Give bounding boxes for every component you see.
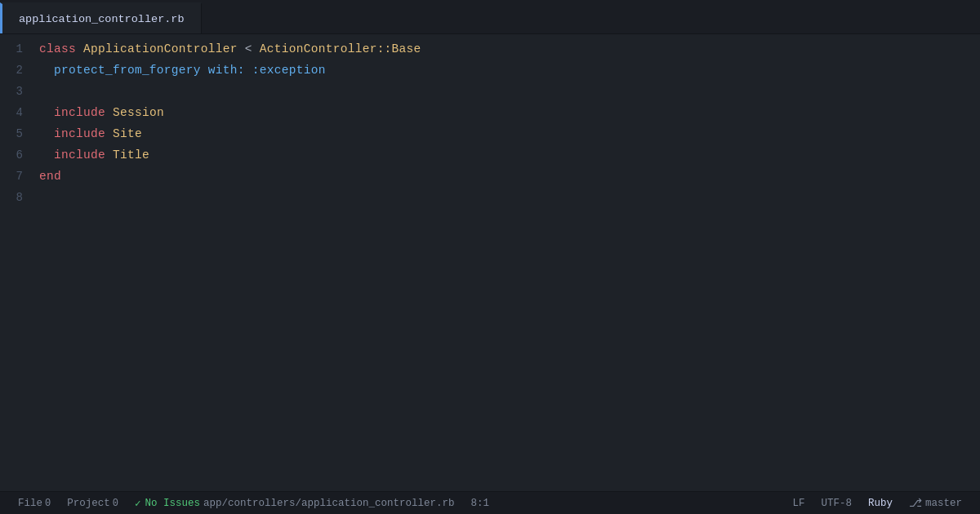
- editor-area: 1class ApplicationController < ActionCon…: [0, 34, 980, 491]
- line-ending[interactable]: LF: [784, 492, 813, 514]
- file-path: app/controllers/application_controller.r…: [203, 498, 455, 509]
- code-line: 4 include Session: [0, 106, 980, 127]
- line-number: 1: [8, 42, 39, 55]
- tab-bar: application_controller.rb: [0, 0, 980, 34]
- file-count: 0: [45, 498, 51, 509]
- line-content: include Title: [39, 148, 149, 162]
- git-icon: ⎇: [909, 496, 922, 510]
- code-line: 6 include Title: [0, 148, 980, 170]
- language-label: Ruby: [868, 498, 893, 509]
- line-content: protect_from_forgery with: :exception: [39, 64, 326, 77]
- language[interactable]: Ruby: [860, 492, 901, 514]
- code-line: 5 include Site: [0, 127, 980, 148]
- git-branch[interactable]: ⎇ master: [901, 496, 970, 510]
- file-status[interactable]: File 0: [10, 492, 59, 514]
- project-count: 0: [113, 498, 118, 509]
- line-number: 6: [8, 148, 39, 162]
- encoding[interactable]: UTF-8: [813, 492, 860, 514]
- cursor-pos-label: 8:1: [471, 498, 490, 509]
- no-issues-label: No Issues: [145, 498, 200, 509]
- code-area[interactable]: 1class ApplicationController < ActionCon…: [0, 34, 980, 491]
- line-number: 3: [8, 85, 39, 98]
- file-label: File: [18, 498, 42, 509]
- line-number: 4: [8, 106, 39, 119]
- status-bar: File 0 Project 0 ✓ No Issues app/control…: [0, 491, 980, 514]
- line-content: class ApplicationController < ActionCont…: [39, 42, 421, 55]
- line-content: end: [39, 170, 61, 183]
- code-line: 3: [0, 85, 980, 106]
- project-status[interactable]: Project 0: [59, 492, 127, 514]
- code-line: 8: [0, 191, 980, 212]
- code-line: 7end: [0, 170, 980, 191]
- branch-label: master: [925, 498, 962, 509]
- line-content: include Session: [39, 106, 164, 119]
- line-number: 2: [8, 64, 39, 77]
- line-number: 5: [8, 127, 39, 140]
- tab-application-controller[interactable]: application_controller.rb: [0, 2, 202, 33]
- line-ending-label: LF: [792, 498, 804, 509]
- code-line: 2 protect_from_forgery with: :exception: [0, 64, 980, 85]
- encoding-label: UTF-8: [821, 498, 852, 509]
- project-label: Project: [67, 498, 110, 509]
- check-icon: ✓: [135, 497, 141, 510]
- line-number: 7: [8, 170, 39, 183]
- line-number: 8: [8, 191, 39, 204]
- line-content: include Site: [39, 127, 142, 140]
- issues-status[interactable]: ✓ No Issues app/controllers/application_…: [127, 492, 463, 514]
- code-line: 1class ApplicationController < ActionCon…: [0, 42, 980, 64]
- cursor-position[interactable]: 8:1: [463, 492, 498, 514]
- tab-label: application_controller.rb: [19, 13, 185, 25]
